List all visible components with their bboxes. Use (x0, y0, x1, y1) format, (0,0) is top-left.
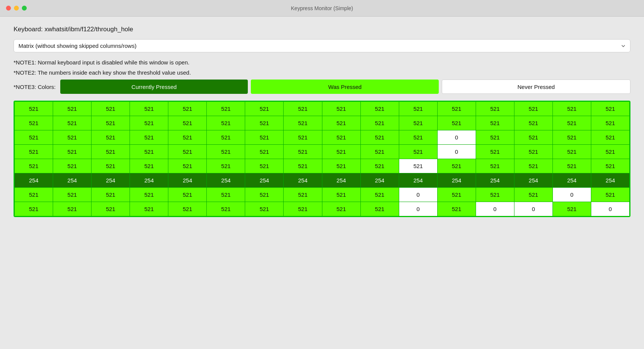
matrix-cell: 521 (399, 116, 437, 130)
matrix-cell: 254 (207, 173, 245, 188)
keyboard-label: Keyboard: xwhatsit/ibm/f122/through_hole (14, 26, 630, 33)
matrix-cell: 521 (476, 145, 514, 159)
matrix-cell: 521 (360, 188, 399, 202)
matrix-cell: 0 (514, 202, 552, 216)
matrix-cell: 521 (591, 116, 629, 130)
matrix-cell: 0 (437, 145, 476, 159)
matrix-cell: 254 (322, 173, 360, 188)
matrix-cell: 521 (130, 202, 168, 216)
matrix-cell: 521 (168, 130, 207, 145)
matrix-cell: 521 (322, 145, 360, 159)
matrix-cell: 521 (207, 145, 245, 159)
matrix-cell: 521 (284, 130, 322, 145)
matrix-cell: 521 (360, 159, 399, 173)
minimize-button[interactable] (14, 6, 19, 11)
matrix-cell: 521 (476, 102, 514, 116)
matrix-cell: 521 (207, 102, 245, 116)
matrix-cell: 254 (284, 173, 322, 188)
matrix-cell: 0 (552, 188, 591, 202)
matrix-cell: 521 (245, 116, 284, 130)
matrix-cell: 254 (399, 173, 437, 188)
matrix-cell: 521 (168, 202, 207, 216)
view-mode-dropdown-wrapper: Matrix (without showing skipped columns/… (14, 39, 630, 52)
note2: *NOTE2: The numbers inside each key show… (14, 69, 630, 76)
window-title: Keypress Monitor (Simple) (291, 5, 353, 11)
matrix-cell: 521 (399, 102, 437, 116)
table-row: 5215215215215215215215215215210521521521… (15, 188, 630, 202)
matrix-cell: 521 (130, 188, 168, 202)
matrix-cell: 521 (15, 116, 53, 130)
view-mode-dropdown[interactable]: Matrix (without showing skipped columns/… (14, 39, 630, 52)
matrix-cell: 521 (53, 159, 92, 173)
matrix-cell: 521 (130, 116, 168, 130)
matrix-cell: 521 (399, 159, 437, 173)
matrix-cell: 521 (322, 116, 360, 130)
matrix-table: 5215215215215215215215215215215215215215… (14, 101, 630, 216)
matrix-cell: 521 (360, 130, 399, 145)
matrix-cell: 521 (207, 202, 245, 216)
matrix-cell: 521 (476, 159, 514, 173)
matrix-cell: 254 (168, 173, 207, 188)
matrix-cell: 521 (514, 159, 552, 173)
matrix-cell: 521 (130, 145, 168, 159)
matrix-cell: 521 (591, 159, 629, 173)
matrix-cell: 521 (322, 130, 360, 145)
matrix-cell: 254 (514, 173, 552, 188)
matrix-cell: 521 (207, 116, 245, 130)
matrix-cell: 521 (591, 188, 629, 202)
matrix-cell: 521 (399, 145, 437, 159)
matrix-cell: 0 (437, 130, 476, 145)
matrix-cell: 0 (399, 188, 437, 202)
matrix-cell: 521 (591, 145, 629, 159)
matrix-cell: 521 (53, 116, 92, 130)
matrix-cell: 521 (284, 159, 322, 173)
matrix-cell: 521 (399, 130, 437, 145)
matrix-cell: 254 (92, 173, 130, 188)
matrix-cell: 521 (92, 130, 130, 145)
close-button[interactable] (6, 6, 11, 11)
table-row: 5215215215215215215215215215215210521521… (15, 145, 630, 159)
matrix-cell: 521 (591, 102, 629, 116)
table-row: 5215215215215215215215215215215210521521… (15, 130, 630, 145)
matrix-cell: 521 (284, 145, 322, 159)
color-legend-row: *NOTE3: Colors: Currently Pressed Was Pr… (14, 80, 630, 94)
matrix-cell: 521 (437, 116, 476, 130)
matrix-cell: 521 (245, 159, 284, 173)
matrix-cell: 254 (53, 173, 92, 188)
matrix-cell: 521 (284, 202, 322, 216)
note3-label: *NOTE3: Colors: (14, 84, 56, 90)
currently-pressed-badge: Currently Pressed (60, 80, 248, 94)
matrix-cell: 521 (476, 116, 514, 130)
matrix-cell: 521 (322, 188, 360, 202)
matrix-cell: 0 (399, 202, 437, 216)
never-pressed-badge: Never Pressed (442, 80, 630, 94)
matrix-cell: 521 (15, 145, 53, 159)
matrix-cell: 521 (552, 145, 591, 159)
table-row: 5215215215215215215215215215215215215215… (15, 102, 630, 116)
matrix-cell: 0 (476, 202, 514, 216)
matrix-cell: 521 (207, 188, 245, 202)
matrix-cell: 521 (591, 130, 629, 145)
matrix-cell: 521 (245, 188, 284, 202)
matrix-cell: 521 (476, 188, 514, 202)
matrix-cell: 521 (92, 116, 130, 130)
matrix-cell: 521 (130, 102, 168, 116)
matrix-cell: 521 (514, 130, 552, 145)
matrix-cell: 521 (130, 159, 168, 173)
matrix-cell: 521 (360, 202, 399, 216)
matrix-cell: 521 (360, 145, 399, 159)
table-row: 5215215215215215215215215215210521005210 (15, 202, 630, 216)
matrix-cell: 521 (437, 102, 476, 116)
maximize-button[interactable] (22, 6, 27, 11)
matrix-cell: 521 (130, 130, 168, 145)
matrix-cell: 521 (168, 188, 207, 202)
matrix-cell: 254 (437, 173, 476, 188)
matrix-cell: 521 (92, 159, 130, 173)
matrix-cell: 521 (245, 145, 284, 159)
matrix-cell: 521 (168, 102, 207, 116)
matrix-cell: 521 (245, 202, 284, 216)
matrix-cell: 521 (284, 102, 322, 116)
table-row: 2542542542542542542542542542542542542542… (15, 173, 630, 188)
matrix-cell: 254 (15, 173, 53, 188)
matrix-cell: 521 (15, 130, 53, 145)
